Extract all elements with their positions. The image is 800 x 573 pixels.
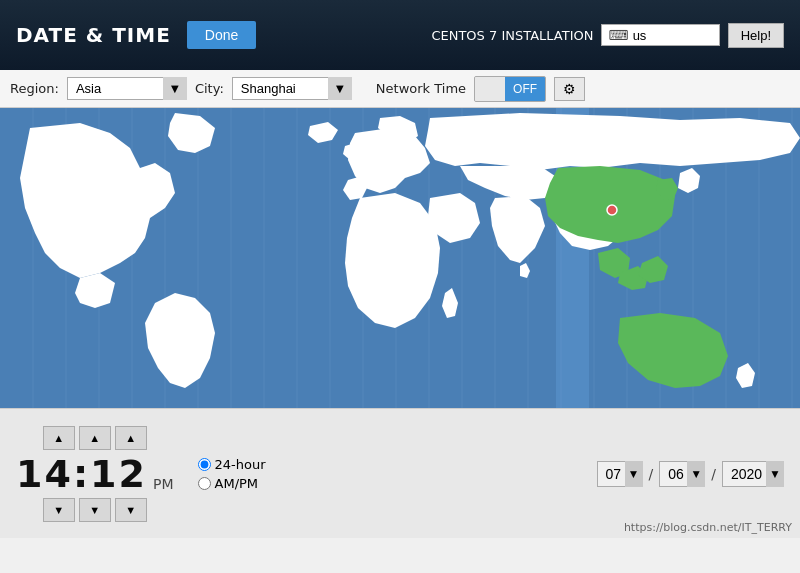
url-hint: https://blog.csdn.net/IT_TERRY — [624, 521, 792, 534]
format-24-radio[interactable] — [198, 458, 211, 471]
network-time-toggle[interactable]: OFF — [474, 76, 546, 102]
toggle-on-side — [475, 77, 505, 101]
format-ampm-text: AM/PM — [215, 476, 259, 491]
day-select-wrapper: 06 ▼ — [659, 461, 705, 487]
time-section: ▲ ▲ ▲ 14:12 PM ▼ ▼ ▼ 24-hour — [16, 426, 266, 522]
time-format-section: 24-hour AM/PM — [198, 457, 266, 491]
region-select-wrapper: Asia ▼ — [67, 77, 187, 100]
search-box: ⌨ — [601, 24, 719, 46]
city-select-wrapper: Shanghai ▼ — [232, 77, 352, 100]
minutes-down-button[interactable]: ▼ — [79, 498, 111, 522]
spinner-down-row: ▼ ▼ ▼ — [43, 498, 147, 522]
keyboard-icon: ⌨ — [608, 27, 628, 43]
ampm-down-button[interactable]: ▼ — [115, 498, 147, 522]
centos-label: CENTOS 7 INSTALLATION — [431, 28, 593, 43]
month-select[interactable]: 07 — [597, 461, 643, 487]
gear-button[interactable]: ⚙ — [554, 77, 585, 101]
region-select[interactable]: Asia — [67, 77, 187, 100]
time-digits: 14:12 — [16, 452, 147, 496]
region-label: Region: — [10, 81, 59, 96]
format-ampm-radio[interactable] — [198, 477, 211, 490]
city-label: City: — [195, 81, 224, 96]
spinner-up-row: ▲ ▲ ▲ — [43, 426, 147, 450]
time-display: 14:12 PM — [16, 452, 174, 496]
year-select-wrapper: 2020 ▼ — [722, 461, 784, 487]
world-map — [0, 108, 800, 408]
day-select[interactable]: 06 — [659, 461, 705, 487]
search-input[interactable] — [633, 28, 713, 43]
minutes-display: 12 — [90, 452, 147, 496]
help-button[interactable]: Help! — [728, 23, 784, 48]
done-button[interactable]: Done — [187, 21, 256, 49]
format-ampm-label[interactable]: AM/PM — [198, 476, 266, 491]
svg-point-26 — [607, 205, 617, 215]
header-left: DATE & TIME Done — [16, 21, 256, 49]
page-title: DATE & TIME — [16, 23, 171, 47]
network-time-label: Network Time — [376, 81, 466, 96]
map-container[interactable] — [0, 108, 800, 408]
hours-display: 14 — [16, 452, 73, 496]
city-select[interactable]: Shanghai — [232, 77, 352, 100]
header: DATE & TIME Done CENTOS 7 INSTALLATION ⌨… — [0, 0, 800, 70]
date-section: 07 ▼ / 06 ▼ / 2020 ▼ — [597, 461, 784, 487]
date-sep-1: / — [649, 466, 654, 482]
minutes-up-button[interactable]: ▲ — [79, 426, 111, 450]
date-sep-2: / — [711, 466, 716, 482]
toolbar: Region: Asia ▼ City: Shanghai ▼ Network … — [0, 70, 800, 108]
ampm-display: PM — [153, 476, 174, 492]
ampm-up-button[interactable]: ▲ — [115, 426, 147, 450]
hours-up-button[interactable]: ▲ — [43, 426, 75, 450]
year-select[interactable]: 2020 — [722, 461, 784, 487]
month-select-wrapper: 07 ▼ — [597, 461, 643, 487]
format-24-label[interactable]: 24-hour — [198, 457, 266, 472]
hours-down-button[interactable]: ▼ — [43, 498, 75, 522]
format-24-text: 24-hour — [215, 457, 266, 472]
header-right: CENTOS 7 INSTALLATION ⌨ Help! — [431, 23, 784, 48]
toggle-off-button[interactable]: OFF — [505, 77, 545, 101]
time-colon: : — [73, 452, 90, 496]
bottom-panel: ▲ ▲ ▲ 14:12 PM ▼ ▼ ▼ 24-hour — [0, 408, 800, 538]
